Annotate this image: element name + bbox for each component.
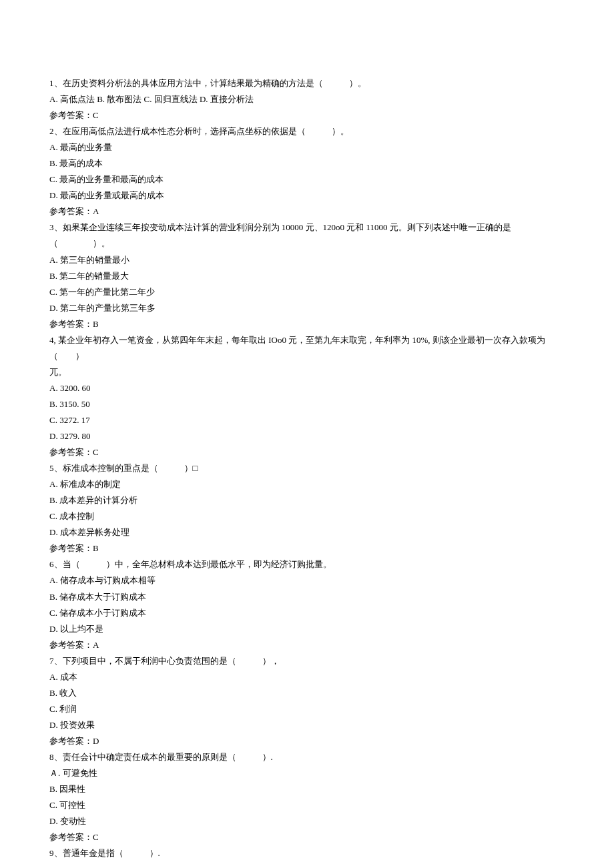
question-stem: 6、当（ ）中，全年总材料成本达到最低水平，即为经济订购批量。 [49, 556, 565, 572]
question-stem: 9、普通年金是指（ ）. [49, 845, 565, 861]
question-option: B. 因果性 [49, 781, 565, 797]
question-option: D. 变动性 [49, 813, 565, 829]
question-answer: 参考答案：B [49, 540, 565, 556]
question-stem: 2、在应用高低点法进行成本性态分析时，选择高点坐标的依据是（ ）。 [49, 123, 565, 139]
question-stem: 4, 某企业年初存入一笔资金，从第四年年末起，每年取出 IOo0 元，至第九年末… [49, 332, 565, 364]
question-option: D. 投资效果 [49, 717, 565, 733]
question-answer: 参考答案：B [49, 316, 565, 332]
question-option: B. 储存成本大于订购成本 [49, 589, 565, 605]
question-option: A. 标准成本的制定 [49, 476, 565, 492]
question-stem: 兀。 [49, 364, 565, 380]
question-answer: 参考答案：C [49, 107, 565, 123]
question-stem: 5、标准成本控制的重点是（ ）□ [49, 460, 565, 476]
question-option: C. 3272. 17 [49, 412, 565, 428]
question-option: C. 成本控制 [49, 508, 565, 524]
question-answer: 参考答案：A [49, 203, 565, 220]
question-option: D. 第二年的产量比第三年多 [49, 300, 565, 316]
question-stem: 7、下列项目中，不属于利润中心负责范围的是（ ）， [49, 653, 565, 669]
question-option: C. 储存成本小于订购成本 [49, 605, 565, 621]
question-option: B. 第二年的销量最大 [49, 268, 565, 284]
question-option: A. 成本 [49, 669, 565, 685]
question-stem: 3、如果某企业连续三年按变动成本法计算的营业利润分别为 10000 元、120o… [49, 220, 565, 252]
question-option: A. 3200. 60 [49, 380, 565, 396]
question-option: D. 成本差异帐务处理 [49, 524, 565, 540]
question-option: A. 第三年的销量最小 [49, 252, 565, 268]
question-stem: 8、责任会计中确定责任成本的最重要的原则是（ ）. [49, 749, 565, 765]
question-option: C. 可控性 [49, 797, 565, 813]
question-option: A. 储存成本与订购成本相等 [49, 572, 565, 588]
question-option: D. 以上均不是 [49, 621, 565, 637]
question-answer: 参考答案：C [49, 829, 565, 845]
document-body: 1、在历史资料分析法的具体应用方法中，计算结果最为精确的方法是（ ）。A. 高低… [49, 75, 565, 861]
question-option: C. 第一年的产量比第二年少 [49, 284, 565, 300]
question-option: A. 高低点法 B. 散布图法 C. 回归直线法 D. 直接分析法 [49, 91, 565, 107]
question-option: B. 3150. 50 [49, 396, 565, 412]
question-option: Ａ. 可避免性 [49, 765, 565, 781]
question-option: B. 收入 [49, 685, 565, 701]
question-answer: 参考答案：C [49, 444, 565, 460]
question-option: D. 最高的业务量或最高的成本 [49, 187, 565, 203]
question-stem: 1、在历史资料分析法的具体应用方法中，计算结果最为精确的方法是（ ）。 [49, 75, 565, 91]
question-option: B. 最高的成本 [49, 155, 565, 171]
question-option: B. 成本差异的计算分析 [49, 492, 565, 508]
question-option: D. 3279. 80 [49, 428, 565, 444]
question-option: A. 最高的业务量 [49, 139, 565, 155]
question-option: C. 最高的业务量和最高的成本 [49, 171, 565, 187]
question-answer: 参考答案：D [49, 733, 565, 749]
question-option: C. 利润 [49, 701, 565, 717]
question-answer: 参考答案：A [49, 637, 565, 653]
